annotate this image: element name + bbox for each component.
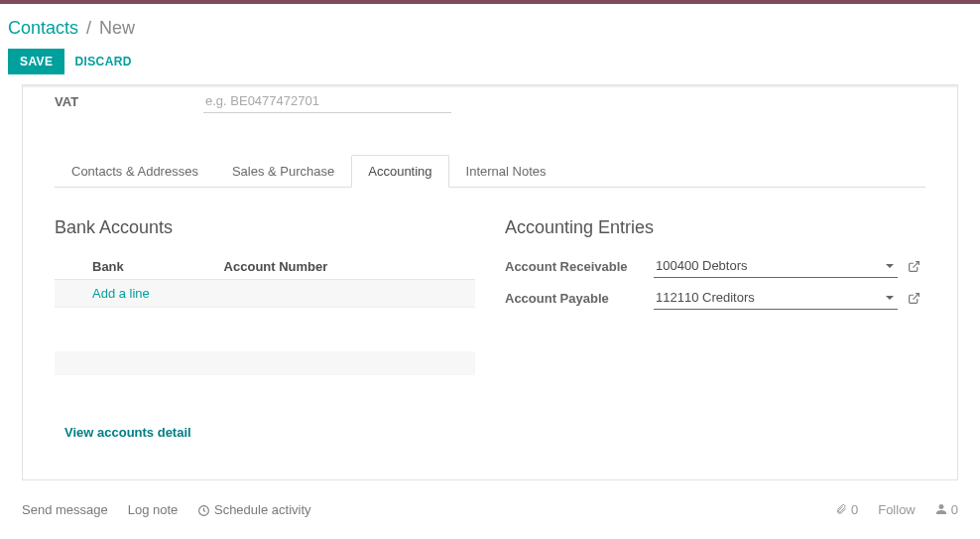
accounting-entries-section: Accounting Entries Account Receivable 10… — [505, 217, 925, 440]
vat-input[interactable] — [203, 89, 451, 113]
bank-col-bank: Bank — [55, 254, 222, 280]
account-payable-label: Account Payable — [505, 291, 654, 306]
attachments-count-value: 0 — [851, 502, 858, 517]
tab-contacts-addresses[interactable]: Contacts & Addresses — [55, 155, 215, 188]
vat-field-row: VAT — [55, 85, 925, 123]
tab-panel-accounting: Bank Accounts Bank Account Number Add a … — [55, 188, 925, 440]
bank-accounts-section: Bank Accounts Bank Account Number Add a … — [55, 217, 475, 440]
schedule-activity-label: Schedule activity — [214, 502, 311, 517]
action-bar: SAVE DISCARD — [8, 49, 972, 84]
account-payable-select[interactable]: 112110 Creditors — [654, 286, 898, 310]
paperclip-icon — [835, 503, 847, 515]
table-spacer — [55, 308, 475, 351]
followers-count[interactable]: 0 — [935, 502, 958, 517]
breadcrumb-root-link[interactable]: Contacts — [8, 18, 78, 39]
breadcrumb-separator: / — [86, 18, 91, 39]
breadcrumb-current: New — [99, 18, 135, 39]
external-link-icon[interactable] — [908, 292, 925, 305]
tabs: Contacts & Addresses Sales & Purchase Ac… — [55, 155, 925, 188]
chatter-bar: Send message Log note Schedule activity … — [8, 480, 972, 531]
external-link-icon[interactable] — [908, 260, 925, 273]
log-note-link[interactable]: Log note — [128, 502, 179, 517]
svg-line-0 — [913, 261, 919, 267]
send-message-link[interactable]: Send message — [22, 502, 108, 517]
tab-internal-notes[interactable]: Internal Notes — [449, 155, 563, 188]
account-receivable-label: Account Receivable — [505, 259, 654, 274]
breadcrumb: Contacts / New — [8, 12, 972, 49]
clock-icon — [197, 504, 210, 517]
table-row-add: Add a line — [55, 280, 475, 308]
account-receivable-row: Account Receivable 100400 Debtors — [505, 254, 925, 278]
header: Contacts / New SAVE DISCARD — [0, 4, 980, 84]
bank-col-account-number: Account Number — [222, 254, 475, 280]
view-accounts-detail-link[interactable]: View accounts detail — [64, 425, 475, 440]
bank-accounts-title: Bank Accounts — [55, 217, 475, 238]
tab-sales-purchase[interactable]: Sales & Purchase — [215, 155, 351, 188]
accounting-entries-title: Accounting Entries — [505, 217, 925, 238]
discard-button[interactable]: DISCARD — [74, 55, 131, 68]
table-footer — [55, 351, 475, 375]
save-button[interactable]: SAVE — [8, 49, 64, 74]
schedule-activity-link[interactable]: Schedule activity — [197, 502, 310, 517]
tab-accounting[interactable]: Accounting — [351, 155, 448, 188]
follow-button[interactable]: Follow — [878, 502, 916, 517]
followers-count-value: 0 — [951, 502, 958, 517]
account-receivable-select[interactable]: 100400 Debtors — [654, 254, 898, 278]
user-icon — [935, 503, 947, 515]
svg-line-1 — [913, 293, 919, 299]
bank-accounts-table: Bank Account Number Add a line — [55, 254, 475, 375]
vat-label: VAT — [55, 94, 203, 109]
account-payable-row: Account Payable 112110 Creditors — [505, 286, 925, 310]
add-line-link[interactable]: Add a line — [92, 286, 150, 301]
attachments-count[interactable]: 0 — [835, 502, 858, 517]
form-sheet: VAT Contacts & Addresses Sales & Purchas… — [22, 84, 958, 480]
